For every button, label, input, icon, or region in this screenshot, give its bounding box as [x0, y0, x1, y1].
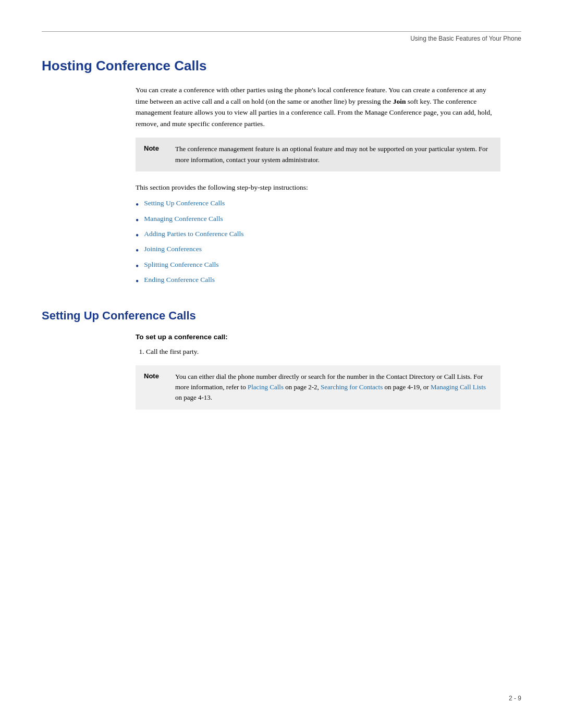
- bullet-dot: •: [136, 261, 139, 273]
- list-item: • Splitting Conference Calls: [136, 261, 500, 273]
- page-footer: 2 - 9: [509, 695, 521, 702]
- bullet-dot: •: [136, 215, 139, 227]
- link-searching-contacts[interactable]: Searching for Contacts: [321, 383, 383, 391]
- note-2-mid1: on page 2-2,: [284, 383, 321, 391]
- note-1: Note The conference management feature i…: [136, 138, 500, 171]
- page-container: Using the Basic Features of Your Phone H…: [0, 0, 563, 462]
- section-2-content: To set up a conference call: Call the fi…: [136, 333, 500, 410]
- bullet-dot: •: [136, 245, 139, 257]
- steps-list: Call the first party.: [136, 346, 500, 357]
- note-1-label: Note: [144, 144, 170, 152]
- header-text: Using the Basic Features of Your Phone: [410, 35, 521, 42]
- note-2-text: You can either dial the phone number dir…: [175, 372, 492, 403]
- bullet-dot: •: [136, 199, 139, 211]
- join-keyword: Join: [393, 97, 406, 105]
- page-number: 2 - 9: [509, 695, 521, 702]
- bullet-dot: •: [136, 276, 139, 288]
- link-adding-parties[interactable]: Adding Parties to Conference Calls: [144, 230, 243, 238]
- section-2-title: Setting Up Conference Calls: [42, 309, 521, 323]
- link-placing-calls[interactable]: Placing Calls: [248, 383, 284, 391]
- link-ending[interactable]: Ending Conference Calls: [144, 276, 215, 284]
- section-intro-text: This section provides the following step…: [136, 182, 500, 193]
- bullet-dot: •: [136, 230, 139, 242]
- link-joining[interactable]: Joining Conferences: [144, 245, 202, 253]
- note-1-text: The conference management feature is an …: [175, 144, 492, 165]
- subsection-label: To set up a conference call:: [136, 333, 500, 341]
- note-2: Note You can either dial the phone numbe…: [136, 365, 500, 409]
- link-setting-up[interactable]: Setting Up Conference Calls: [144, 199, 225, 207]
- main-content: You can create a conference with other p…: [136, 84, 500, 288]
- list-item: • Managing Conference Calls: [136, 215, 500, 227]
- note-2-label: Note: [144, 372, 170, 380]
- link-splitting[interactable]: Splitting Conference Calls: [144, 261, 218, 269]
- header-rule: [42, 31, 521, 32]
- link-managing[interactable]: Managing Conference Calls: [144, 215, 223, 223]
- note-2-mid2: on page 4-19, or: [383, 383, 431, 391]
- step-1-text: Call the first party.: [146, 348, 199, 355]
- list-item: • Adding Parties to Conference Calls: [136, 230, 500, 242]
- link-managing-call-lists[interactable]: Managing Call Lists: [431, 383, 486, 391]
- list-item: • Ending Conference Calls: [136, 276, 500, 288]
- bullet-list: • Setting Up Conference Calls • Managing…: [136, 199, 500, 288]
- step-1: Call the first party.: [146, 346, 500, 357]
- intro-paragraph: You can create a conference with other p…: [136, 84, 500, 129]
- list-item: • Joining Conferences: [136, 245, 500, 257]
- main-title: Hosting Conference Calls: [42, 58, 521, 74]
- note-2-suffix: on page 4-13.: [175, 393, 212, 401]
- list-item: • Setting Up Conference Calls: [136, 199, 500, 211]
- page-header: Using the Basic Features of Your Phone: [42, 35, 521, 42]
